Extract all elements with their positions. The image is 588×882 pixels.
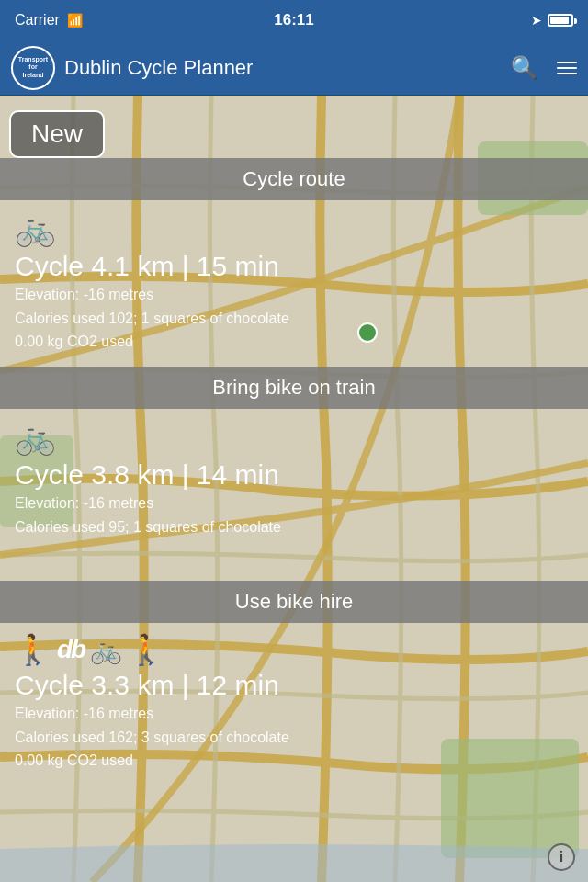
time-label: 16:11: [274, 11, 313, 28]
info-button[interactable]: i: [548, 843, 575, 871]
battery-icon: [548, 14, 573, 27]
svg-rect-2: [441, 739, 579, 858]
app-title: Dublin Cycle Planner: [64, 56, 511, 80]
svg-rect-3: [0, 435, 74, 527]
carrier-label: Carrier: [15, 12, 60, 28]
nav-bar: TransportforIreland Dublin Cycle Planner…: [0, 40, 588, 96]
svg-point-4: [358, 323, 377, 342]
svg-rect-1: [478, 141, 588, 215]
status-bar: Carrier 📶 16:11 ➤: [0, 0, 588, 40]
search-icon[interactable]: 🔍: [511, 55, 538, 81]
transport-ireland-logo: TransportforIreland: [11, 46, 55, 90]
menu-icon[interactable]: [557, 62, 577, 74]
new-button[interactable]: New: [9, 110, 105, 158]
map-background: [0, 96, 588, 882]
location-arrow-icon: ➤: [531, 13, 542, 28]
wifi-icon: 📶: [67, 13, 83, 28]
